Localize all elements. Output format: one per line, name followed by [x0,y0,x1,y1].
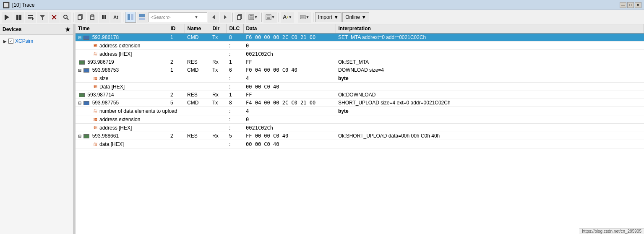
window-title: [10] Trace [12,2,34,8]
cell-time: ⊟ 593.986753 [76,66,168,74]
cell-dlc: 6 [227,66,243,74]
col-header-name[interactable]: Name [185,24,210,33]
table-row[interactable]: ⊟ 593.988661 2RESRx5FF 00 00 C0 40Ok:SHO… [76,132,644,140]
maximize-button[interactable]: □ [627,2,634,8]
cell-field-label: ≋address extension [76,42,227,50]
expand-icon[interactable]: ⊟ [78,35,81,40]
col-header-time[interactable]: Time [76,24,168,33]
col-header-interp[interactable]: Interpretation [336,24,644,33]
find-btn[interactable] [60,12,71,23]
svg-rect-2 [16,15,18,20]
svg-rect-3 [19,15,21,20]
col-header-id[interactable]: ID [168,24,185,33]
cell-dir: Tx [210,33,227,42]
col-header-dlc[interactable]: DLC [227,24,243,33]
wave-icon: ≋ [93,125,98,131]
field-label: address extension [99,117,140,122]
expand-icon[interactable]: ⊟ [78,68,81,73]
col-header-dir[interactable]: Dir [210,24,227,33]
svg-rect-20 [131,14,133,20]
table-row[interactable]: ⊟ 593.986753 1CMDTx6F0 04 00 00 C0 40DOW… [76,66,644,74]
cell-dlc: 1 [227,91,243,99]
wave-icon: ≋ [93,75,98,81]
cell-name: CMD [185,66,210,74]
expand-icon[interactable]: ⊟ [78,134,81,138]
stop-btn[interactable] [13,12,24,23]
cell-interp: SET_MTA addrext=0 addr=0021C02Ch [336,33,644,42]
cell-field-label: ≋address [HEX] [76,50,227,58]
table-row[interactable]: 593.986719 2RESRx1FFOk:SET_MTA [76,58,644,66]
online-dropdown[interactable]: Online ▼ [342,12,369,22]
table-row[interactable]: ⊟ 593.987755 5CMDTx8F4 04 00 00 2C C0 21… [76,99,644,107]
import-dropdown[interactable]: Import ▼ [315,12,342,22]
nav-fwd-icon-btn[interactable] [220,12,231,23]
cell-field-label: ≋Data [HEX] [76,83,227,91]
wave-icon: ≋ [93,83,98,90]
xcpsim-link[interactable]: XCPsim [15,38,33,44]
clear-btn[interactable] [49,12,60,23]
paste-btn[interactable] [87,12,98,23]
edit-dropdown-btn[interactable]: ▼ [263,12,277,23]
at-btn[interactable]: At [110,12,121,23]
layout2-btn[interactable] [137,12,148,23]
sep6 [296,13,296,22]
cell-field-unit [336,50,644,58]
cell-data: F4 04 00 00 2C C0 21 00 [243,99,336,107]
cell-name: CMD [185,99,210,107]
svg-point-11 [64,15,67,18]
svg-marker-8 [40,15,45,20]
scroll-btn[interactable] [25,12,36,23]
search-box[interactable]: ▼ [149,12,207,22]
cell-time: 593.986719 [76,58,168,66]
cell-name: RES [185,91,210,99]
filter-btn[interactable] [37,12,48,23]
sep4 [261,13,262,22]
expand-icon[interactable]: ⊟ [78,101,81,105]
font-dropdown-btn[interactable]: A±▼ [281,12,294,23]
pause-btn[interactable] [99,12,110,23]
cell-data: FF [243,58,336,66]
search-input[interactable] [151,15,193,20]
table-row[interactable]: ≋address extension:0 [76,115,644,124]
copy-btn[interactable] [75,12,86,23]
table-row[interactable]: ⊟ 593.986178 1CMDTx8F6 00 00 00 2C C0 21… [76,33,644,42]
layout1-btn[interactable] [125,12,136,23]
close-button[interactable]: ✕ [635,2,641,8]
xcpsim-checkbox[interactable]: ✓ [8,39,13,44]
svg-rect-6 [28,18,31,19]
view-dropdown-btn[interactable]: ▼ [298,12,311,23]
cell-interp: DOWNLOAD size=4 [336,66,644,74]
sep2 [123,13,123,22]
table-row[interactable]: ≋address extension:0 [76,42,644,50]
copy2-btn[interactable] [235,12,245,23]
search-dropdown-icon[interactable]: ▼ [194,15,198,19]
table-row[interactable]: ≋number of data elements to upload:4byte [76,107,644,115]
save-dropdown-btn[interactable]: ▼ [246,12,260,23]
field-label: address [HEX] [99,51,132,57]
sidebar-pin-icon[interactable]: ★ [65,26,70,33]
cell-field-colon: : [227,140,243,148]
table-row[interactable]: ≋address [HEX]:0021C02Ch [76,124,644,132]
title-bar-controls[interactable]: — □ ✕ [620,2,641,8]
table-row[interactable]: ≋address [HEX]:0021C02Ch [76,50,644,58]
cell-interp: Ok:DOWNLOAD [336,91,644,99]
wave-icon: ≋ [93,116,98,122]
title-bar-left: 🔲 [10] Trace [3,2,34,8]
online-label: Online ▼ [345,14,366,20]
record-btn[interactable] [2,12,13,23]
table-row[interactable]: ≋Data [HEX]:00 00 C0 40 [76,83,644,91]
trace-panel[interactable]: Time ID Name Dir DLC Data Interpretation… [76,24,644,234]
svg-marker-7 [32,18,34,20]
svg-rect-21 [139,14,145,17]
nav-back-icon-btn[interactable] [208,12,219,23]
sidebar-header: Devices ★ [0,24,73,35]
table-row[interactable]: ≋data [HEX]:00 00 C0 40 [76,140,644,148]
svg-rect-19 [128,14,130,20]
table-row[interactable]: 593.987714 2RESRx1FFOk:DOWNLOAD [76,91,644,99]
table-row[interactable]: ≋size:4byte [76,74,644,83]
sidebar-item-xcpsim[interactable]: ▶ ✓ XCPsim [0,36,73,46]
svg-rect-28 [250,17,253,19]
col-header-data[interactable]: Data [243,24,336,33]
minimize-button[interactable]: — [620,2,626,8]
cell-field-unit: byte [336,107,644,115]
